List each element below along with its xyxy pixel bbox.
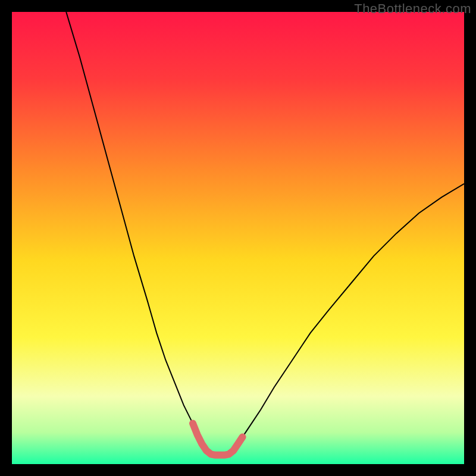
chart-frame: TheBottleneck.com [0, 0, 476, 476]
bottleneck-chart [12, 12, 464, 464]
plot-area [12, 12, 464, 464]
gradient-background [12, 12, 464, 464]
watermark-text: TheBottleneck.com [354, 1, 471, 17]
